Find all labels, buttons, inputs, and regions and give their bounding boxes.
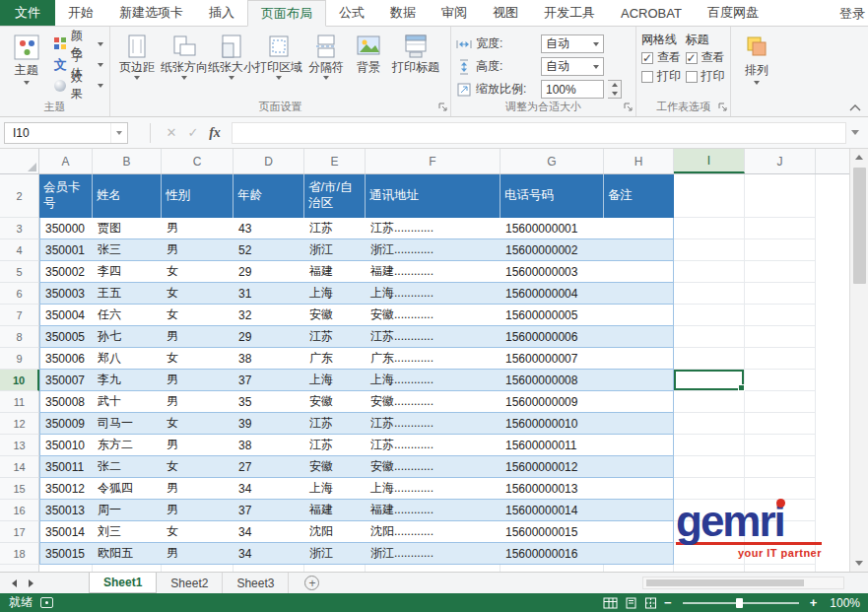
cell-phone[interactable]: 15600000016 [501,543,604,565]
header-phone[interactable]: 电话号码 [501,174,604,218]
scroll-up-icon[interactable] [850,149,868,166]
cell-outside[interactable] [745,370,816,391]
cell-gender[interactable]: 男 [162,391,234,413]
ribbon-tab[interactable]: ACROBAT [608,0,695,26]
cell-province[interactable]: 浙江 [304,543,366,565]
cell-age[interactable]: 52 [234,239,304,261]
row-number[interactable]: 11 [0,391,39,413]
cell-outside[interactable] [745,326,816,348]
cell-outside[interactable] [745,305,816,326]
cell-gender[interactable]: 女 [162,413,234,435]
cell-name[interactable]: 司马一 [93,413,162,435]
cell-outside[interactable] [674,435,745,456]
scroll-down-icon[interactable] [850,555,868,572]
cell-member-id[interactable]: 350012 [39,478,93,500]
cell-outside[interactable] [234,565,304,572]
cell-age[interactable]: 38 [234,435,304,456]
cell-phone[interactable]: 15600000007 [501,348,604,370]
cell-outside[interactable] [304,565,366,572]
cell-phone[interactable]: 15600000011 [501,435,604,456]
cell-name[interactable]: 郑八 [93,348,162,370]
cell-province[interactable]: 江苏 [304,218,366,239]
cell-member-id[interactable]: 350009 [39,413,93,435]
cell-age[interactable]: 34 [234,543,304,565]
cell-outside[interactable] [745,348,816,370]
select-all-corner[interactable] [0,149,39,173]
page-layout-view-icon[interactable] [625,597,637,609]
cell-address[interactable]: 安徽............ [366,305,501,326]
sheet-nav-left-icon[interactable] [12,579,17,587]
cell-address[interactable]: 安徽............ [366,391,501,413]
column-header[interactable]: B [93,149,162,173]
cell-phone[interactable]: 15600000015 [501,521,604,543]
background-button[interactable]: 背景 [350,30,387,101]
formula-input[interactable] [232,122,846,144]
headings-view-checkbox[interactable] [686,52,698,64]
cell-province[interactable]: 广东 [304,348,366,370]
cell-age[interactable]: 43 [234,218,304,239]
cell-age[interactable]: 37 [234,500,304,521]
ribbon-tab[interactable]: 新建选项卡 [106,0,196,26]
print-titles-button[interactable]: 打印标题 [387,30,444,101]
cell-province[interactable]: 福建 [304,500,366,521]
cell-member-id[interactable]: 350014 [39,521,93,543]
row-number[interactable]: 4 [0,239,39,261]
cell-address[interactable]: 安徽............ [366,456,501,478]
breaks-button[interactable]: 分隔符 [302,30,350,101]
ribbon-tab[interactable]: 开始 [55,0,106,26]
sheet-tab[interactable]: Sheet2 [157,573,223,593]
row-number[interactable]: 3 [0,218,39,239]
cell-outside[interactable] [674,391,745,413]
column-header[interactable]: E [304,149,366,173]
cell-province[interactable]: 安徽 [304,456,366,478]
cell-remark[interactable] [604,239,674,261]
header-member-id[interactable]: 会员卡号 [39,174,93,218]
row-number[interactable]: 2 [0,174,39,218]
row-number[interactable]: 17 [0,521,39,543]
orientation-button[interactable]: 纸张方向 [161,30,208,101]
name-box[interactable]: I10 [4,122,128,144]
cell-phone[interactable]: 15600000013 [501,478,604,500]
cell-name[interactable]: 刘三 [93,521,162,543]
arrange-button[interactable]: 排列 [734,30,779,85]
row-number[interactable]: 16 [0,500,39,521]
row-number[interactable]: 18 [0,543,39,565]
cell-address[interactable]: 福建............ [366,261,501,283]
cell-address[interactable]: 江苏............ [366,326,501,348]
column-header[interactable]: F [366,149,501,173]
login-button[interactable]: 登录 [839,0,865,27]
cell-name[interactable]: 张三 [93,239,162,261]
cell-remark[interactable] [604,218,674,239]
cell-age[interactable]: 31 [234,283,304,305]
gridlines-print-option[interactable]: 打印 [641,67,684,86]
name-box-value[interactable]: I10 [5,123,110,143]
headings-print-checkbox[interactable] [686,71,698,83]
vertical-scrollbar[interactable] [849,149,868,572]
cell-member-id[interactable]: 350002 [39,261,93,283]
cell-gender[interactable]: 男 [162,326,234,348]
row-number[interactable]: 15 [0,478,39,500]
cell-outside[interactable] [674,348,745,370]
margins-button[interactable]: 页边距 [113,30,161,101]
cell-remark[interactable] [604,500,674,521]
cell-outside[interactable] [93,565,162,572]
cell-member-id[interactable]: 350001 [39,239,93,261]
row-number[interactable]: 5 [0,261,39,283]
cell-age[interactable]: 34 [234,478,304,500]
page-break-view-icon[interactable] [644,597,657,609]
cell-phone[interactable]: 15600000008 [501,370,604,391]
cell-name[interactable]: 欧阳五 [93,543,162,565]
collapse-ribbon-icon[interactable] [849,104,861,111]
cell-gender[interactable]: 男 [162,239,234,261]
cell-outside[interactable] [674,174,745,218]
cell-remark[interactable] [604,413,674,435]
header-name[interactable]: 姓名 [93,174,162,218]
cell-province[interactable]: 浙江 [304,239,366,261]
cell-outside[interactable] [674,239,745,261]
column-header[interactable]: C [162,149,234,173]
zoom-in-icon[interactable]: + [810,596,818,609]
cell-age[interactable]: 37 [234,370,304,391]
cell-gender[interactable]: 女 [162,305,234,326]
cell-province[interactable]: 江苏 [304,326,366,348]
row-number[interactable]: 10 [0,370,39,391]
